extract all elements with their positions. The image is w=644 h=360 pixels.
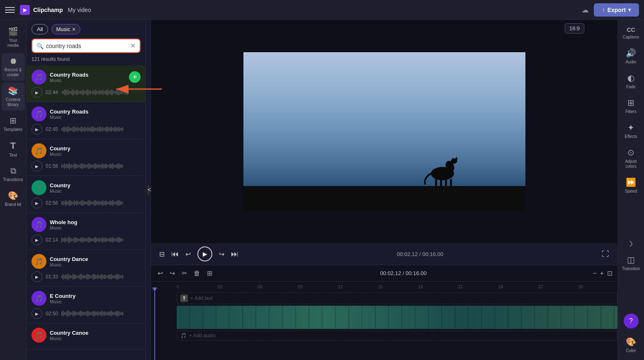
waveform <box>61 88 141 97</box>
media-title: Country Dance <box>50 256 141 262</box>
media-play-button[interactable]: ▶ <box>32 308 42 319</box>
sidebar-item-templates[interactable]: ⊞ Templates <box>2 112 25 135</box>
fast-forward-icon[interactable]: ↪ <box>219 250 224 258</box>
sidebar-item-content-library[interactable]: 📚 Content library <box>2 82 25 111</box>
video-title[interactable]: My video <box>68 7 91 13</box>
sidebar-item-filters[interactable]: ⊞ Filters <box>620 94 643 118</box>
cut-button[interactable]: ✂ <box>180 268 189 279</box>
results-count: 121 results found <box>27 56 146 65</box>
media-play-button[interactable]: ▶ <box>32 161 42 172</box>
list-item[interactable]: 🎵 Country Music ▶ 02:56 <box>27 176 146 213</box>
video-track[interactable] <box>177 306 617 329</box>
sidebar-item-speed[interactable]: ⏩ Speed <box>620 174 643 197</box>
main-layout: 🎬 Your media ⏺ Record & create 📚 Content… <box>0 20 644 360</box>
sidebar-item-transitions[interactable]: ⧉ Transitions <box>2 163 25 186</box>
music-icon-circle: 🎵 <box>32 328 46 343</box>
templates-icon: ⊞ <box>10 116 17 126</box>
media-title: Country Roads <box>50 109 141 115</box>
music-icon-circle: 🎵 <box>32 143 46 158</box>
aspect-ratio-button[interactable]: 16:9 <box>565 23 584 34</box>
filter-all-button[interactable]: All <box>32 24 48 34</box>
zoom-out-button[interactable]: − <box>593 270 596 277</box>
waveform <box>61 273 141 281</box>
media-play-button[interactable]: ▶ <box>32 124 42 135</box>
sidebar-item-record-create[interactable]: ⏺ Record & create <box>2 53 25 81</box>
sidebar-item-color[interactable]: 🎨 Color <box>620 333 643 357</box>
app-logo[interactable]: ▶ Clipchamp <box>20 5 63 15</box>
list-item[interactable]: 🎵 Country Roads Music ▶ 02:45 <box>27 102 146 139</box>
list-item[interactable]: 🎵 Country Music ▶ 01:58 <box>27 139 146 176</box>
sidebar-item-audio[interactable]: 🔊 Audio <box>620 45 643 68</box>
video-track-content <box>177 306 617 329</box>
media-controls: ▶ 02:56 <box>32 198 141 208</box>
content-library-icon: 📚 <box>8 86 18 96</box>
media-play-button[interactable]: ▶ <box>32 87 42 98</box>
svg-rect-5 <box>440 179 442 186</box>
add-text-track-button[interactable]: T + Add text <box>177 292 617 304</box>
panel-collapse-handle[interactable]: ◁ <box>146 20 151 360</box>
fit-button[interactable]: ⊡ <box>607 269 612 277</box>
media-play-button[interactable]: ▶ <box>32 198 42 208</box>
fade-icon: ◐ <box>627 73 634 83</box>
delete-button[interactable]: 🗑 <box>192 268 202 279</box>
sidebar-item-brand-kit[interactable]: 🎨 Brand kit <box>2 187 25 210</box>
playhead[interactable] <box>154 292 155 360</box>
brand-kit-icon: 🎨 <box>8 191 18 201</box>
search-input[interactable] <box>46 43 128 49</box>
video-controls: ⊟ ⏮ ↩ ▶ ↪ ⏭ 00:02.12 / 00:16.00 ⛶ <box>151 243 617 265</box>
media-play-button[interactable]: ▶ <box>32 271 42 282</box>
waveform <box>61 199 141 207</box>
redo-button[interactable]: ↪ <box>168 268 177 279</box>
speed-icon: ⏩ <box>626 177 636 187</box>
color-icon: 🎨 <box>626 337 636 347</box>
media-info: Country Dance Music <box>50 256 141 267</box>
sidebar-item-transition[interactable]: ◫ Transition <box>620 251 643 275</box>
sidebar-item-text[interactable]: T Text <box>2 137 25 161</box>
sidebar-item-fade[interactable]: ◐ Fade <box>620 70 643 93</box>
media-controls: ▶ 01:58 <box>32 161 141 172</box>
cloud-icon[interactable]: ☁ <box>581 5 589 14</box>
split-button[interactable]: ⊞ <box>205 268 214 279</box>
fullscreen-icon[interactable]: ⛶ <box>602 250 609 259</box>
list-item[interactable]: 🎵 Country Dance Music ▶ 01:33 <box>27 250 146 287</box>
list-item[interactable]: 🎵 E Country Music ▶ 02:50 <box>27 287 146 324</box>
svg-rect-7 <box>450 179 452 186</box>
sidebar-item-your-media[interactable]: 🎬 Your media <box>2 23 25 51</box>
media-controls: ▶ 02:14 <box>32 234 141 245</box>
rewind-icon[interactable]: ↩ <box>185 250 191 258</box>
export-button[interactable]: ↑ Export ▾ <box>594 3 639 17</box>
media-list: 🎵 Country Roads Music + ▶ 02:44 <box>27 65 146 360</box>
media-title: Country <box>50 145 141 152</box>
list-item[interactable]: 🎵 Country Canoe Music <box>27 324 146 350</box>
list-item[interactable]: 🎵 Country Roads Music + ▶ 02:44 <box>27 65 146 102</box>
search-clear-icon[interactable]: ✕ <box>130 42 136 50</box>
text-track-icon: T <box>180 295 188 302</box>
menu-icon[interactable] <box>5 5 15 15</box>
sidebar-item-captions[interactable]: CC Captions <box>620 23 643 43</box>
add-audio-track-button[interactable]: 🎵 + Add audio <box>177 331 617 341</box>
media-subtitle: Music <box>50 336 141 341</box>
subtitles-icon[interactable]: ⊟ <box>159 250 165 258</box>
search-box[interactable]: 🔍 ✕ <box>32 39 141 53</box>
sidebar-item-effects[interactable]: ✦ Effects <box>620 119 643 143</box>
filter-music-close-icon[interactable]: ✕ <box>72 27 76 32</box>
zoom-in-button[interactable]: + <box>600 270 604 277</box>
media-subtitle: Music <box>50 225 141 230</box>
filter-music-tag[interactable]: Music ✕ <box>51 24 80 34</box>
adjust-colors-icon: ⊙ <box>627 147 634 157</box>
sidebar-item-adjust-colors[interactable]: ⊙ Adjust colors <box>620 144 643 172</box>
collapse-sidebar-button[interactable]: ❯ <box>625 237 637 250</box>
play-button[interactable]: ▶ <box>197 246 212 261</box>
effects-icon: ✦ <box>627 123 634 133</box>
skip-forward-icon[interactable]: ⏭ <box>231 250 238 259</box>
undo-button[interactable]: ↩ <box>156 268 165 279</box>
skip-back-icon[interactable]: ⏮ <box>171 250 179 259</box>
video-track-frames <box>177 306 617 329</box>
media-title: E Country <box>50 293 141 299</box>
media-add-button[interactable]: + <box>129 71 141 83</box>
center-area: 16:9 <box>151 20 617 360</box>
help-button[interactable]: ? <box>624 314 639 329</box>
media-play-button[interactable]: ▶ <box>32 234 42 245</box>
media-info: Country Roads Music <box>50 72 126 83</box>
list-item[interactable]: 🎵 Whole hog Music ▶ 02:14 <box>27 213 146 250</box>
